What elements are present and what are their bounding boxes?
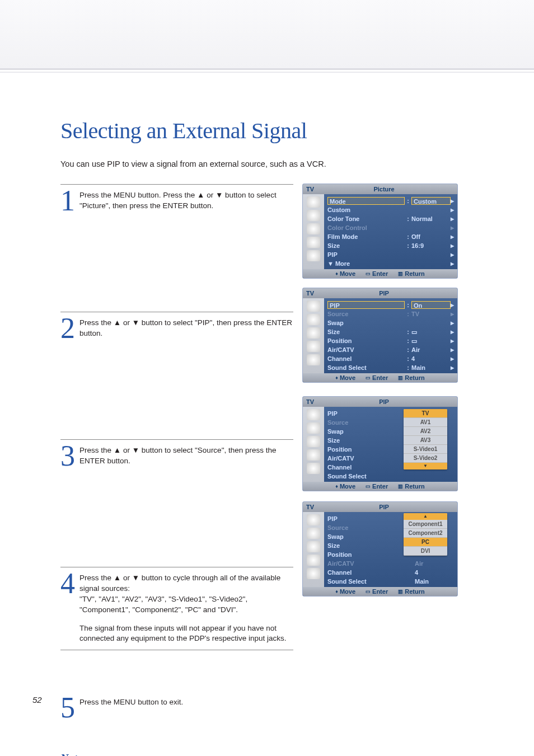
osd-row-label: PIP bbox=[327, 301, 405, 309]
osd-row[interactable]: Size:16:9▶ bbox=[327, 241, 454, 250]
osd-row-value: Main bbox=[415, 578, 454, 585]
osd-pip-source-bottom: TVPIP PIPSourceSwapSizePositionAir/CATVA… bbox=[302, 501, 458, 597]
osd-row[interactable]: Sound Select:Main▶ bbox=[327, 363, 454, 372]
osd-row[interactable]: Mode:Custom▶ bbox=[327, 196, 454, 205]
osd-move: Move bbox=[340, 270, 355, 277]
arrow-right-icon: ▶ bbox=[451, 339, 454, 344]
osd-move: Move bbox=[340, 374, 355, 381]
step-2: 2 Press the ▲ or ▼ button to select "PIP… bbox=[60, 312, 293, 342]
arrow-up-icon[interactable]: ▲ bbox=[404, 513, 447, 520]
osd-move: Move bbox=[340, 588, 355, 595]
return-icon: ▥ bbox=[398, 375, 403, 381]
osd-row-label: Channel bbox=[327, 464, 410, 471]
osd-row[interactable]: Channel4 bbox=[327, 568, 454, 577]
dropdown-option[interactable]: S-Video1 bbox=[404, 445, 447, 454]
osd-row[interactable]: Color Tone:Normal▶ bbox=[327, 214, 454, 223]
osd-row-label: Color Tone bbox=[327, 215, 405, 222]
step-number: 3 bbox=[60, 443, 79, 469]
step-3: 3 Press the ▲ or ▼ button to select "Sou… bbox=[60, 439, 293, 469]
osd-row-value: TV bbox=[411, 311, 451, 317]
arrow-right-icon: ▶ bbox=[451, 217, 454, 222]
step-4: 4 Press the ▲ or ▼ button to cycle throu… bbox=[60, 567, 293, 616]
dropdown-option[interactable]: AV2 bbox=[404, 427, 447, 436]
osd-row-label: Swap bbox=[327, 533, 410, 540]
osd-sidebar bbox=[303, 512, 324, 587]
osd-title: PIP bbox=[314, 290, 454, 297]
osd-row[interactable]: ▼ More▶ bbox=[327, 259, 454, 268]
osd-row[interactable]: Position:▭▶ bbox=[327, 336, 454, 345]
osd-row-label: Source bbox=[327, 311, 405, 317]
arrow-right-icon: ▶ bbox=[451, 261, 454, 266]
osd-enter: Enter bbox=[372, 483, 388, 490]
step-4-bottom-rule bbox=[60, 650, 293, 650]
osd-row-label: Air/CATV bbox=[327, 560, 410, 567]
osd-row-label: Sound Select bbox=[327, 364, 405, 371]
osd-enter: Enter bbox=[372, 374, 388, 381]
osd-row[interactable]: PIP▶ bbox=[327, 250, 454, 259]
osd-row[interactable]: Film Mode:Off▶ bbox=[327, 232, 454, 241]
osd-row[interactable]: Color Control▶ bbox=[327, 223, 454, 232]
source-dropdown[interactable]: TVAV1AV2AV3S-Video1S-Video2▼ bbox=[404, 409, 447, 469]
osd-sidebar bbox=[303, 194, 324, 269]
arrow-down-icon[interactable]: ▼ bbox=[404, 463, 447, 469]
osd-row-label: Size bbox=[327, 542, 410, 549]
move-icon: ♦ bbox=[335, 589, 338, 594]
osd-row[interactable]: Source:TV▶ bbox=[327, 309, 454, 318]
enter-icon: ▭ bbox=[366, 375, 371, 381]
osd-row[interactable]: Sound SelectMain bbox=[327, 577, 454, 586]
note-heading: Note bbox=[60, 752, 82, 756]
osd-row[interactable]: Channel:4▶ bbox=[327, 354, 454, 363]
osd-row-value: Custom bbox=[411, 197, 451, 205]
osd-row-value: ▭ bbox=[411, 328, 451, 336]
osd-row[interactable]: Size:▭▶ bbox=[327, 327, 454, 336]
osd-enter: Enter bbox=[372, 270, 388, 277]
osd-row-label: Position bbox=[327, 337, 405, 344]
osd-sidebar bbox=[303, 298, 324, 373]
step-number: 5 bbox=[60, 695, 79, 721]
osd-row[interactable]: Sound Select bbox=[327, 472, 454, 481]
osd-row-label: PIP bbox=[327, 251, 451, 258]
osd-row-label: Source bbox=[327, 524, 410, 531]
osd-row-label: ▼ More bbox=[327, 260, 451, 267]
arrow-right-icon: ▶ bbox=[451, 348, 454, 353]
osd-row-value: Off bbox=[411, 233, 451, 240]
arrow-right-icon: ▶ bbox=[451, 303, 454, 308]
step-text: Press the ▲ or ▼ button to select "Sourc… bbox=[79, 443, 293, 467]
dropdown-option[interactable]: S-Video2 bbox=[404, 454, 447, 463]
osd-row-label: Air/CATV bbox=[327, 455, 410, 462]
move-icon: ♦ bbox=[335, 375, 338, 381]
arrow-right-icon: ▶ bbox=[451, 321, 454, 326]
return-icon: ▥ bbox=[398, 589, 403, 594]
step-text: Press the ▲ or ▼ button to cycle through… bbox=[79, 571, 293, 616]
enter-icon: ▭ bbox=[366, 589, 371, 594]
osd-picture: TVPicture Mode:Custom▶Custom▶Color Tone:… bbox=[302, 184, 458, 279]
osd-title: PIP bbox=[314, 504, 454, 510]
osd-return: Return bbox=[405, 588, 424, 595]
dropdown-option[interactable]: AV3 bbox=[404, 436, 447, 445]
osd-row[interactable]: PIP:On▶ bbox=[327, 300, 454, 309]
dropdown-option[interactable]: PC bbox=[404, 538, 447, 547]
arrow-right-icon: ▶ bbox=[451, 243, 454, 248]
step-1: 1 Press the MENU button. Press the ▲ or … bbox=[60, 184, 293, 214]
osd-title: Picture bbox=[314, 186, 454, 192]
osd-tv-label: TV bbox=[306, 398, 314, 405]
osd-row[interactable]: Swap▶ bbox=[327, 318, 454, 327]
dropdown-option[interactable]: Component2 bbox=[404, 529, 447, 538]
osd-return: Return bbox=[405, 270, 424, 277]
osd-row-label: Size bbox=[327, 437, 410, 444]
arrow-right-icon: ▶ bbox=[451, 252, 454, 257]
arrow-right-icon: ▶ bbox=[451, 365, 454, 370]
osd-row-value: Normal bbox=[411, 215, 451, 222]
step-5: 5 Press the MENU button to exit. bbox=[60, 692, 293, 721]
osd-row[interactable]: Air/CATVAir bbox=[327, 559, 454, 568]
move-icon: ♦ bbox=[335, 483, 338, 489]
osd-row[interactable]: Air/CATV:Air▶ bbox=[327, 345, 454, 354]
step-text: Press the MENU button. Press the ▲ or ▼ … bbox=[79, 188, 293, 212]
osd-row-value: Air bbox=[411, 346, 451, 353]
source-dropdown[interactable]: ▲Component1Component2PCDVI bbox=[404, 513, 447, 556]
dropdown-option[interactable]: AV1 bbox=[404, 418, 447, 427]
dropdown-option[interactable]: TV bbox=[404, 409, 447, 418]
dropdown-option[interactable]: DVI bbox=[404, 547, 447, 556]
dropdown-option[interactable]: Component1 bbox=[404, 520, 447, 529]
osd-row[interactable]: Custom▶ bbox=[327, 205, 454, 214]
